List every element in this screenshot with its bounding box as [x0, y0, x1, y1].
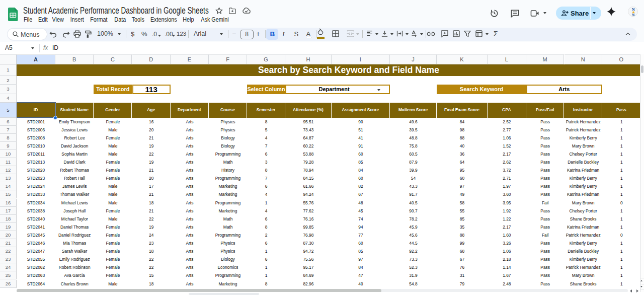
svg-text:N: N — [632, 13, 635, 17]
